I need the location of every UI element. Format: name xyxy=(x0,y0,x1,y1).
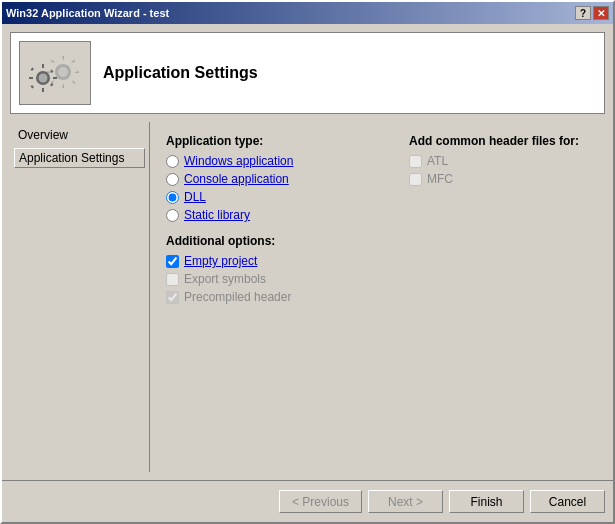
header-section: Application Settings xyxy=(10,32,605,114)
checkbox-export-symbols xyxy=(166,273,179,286)
app-type-title: Application type: xyxy=(166,134,385,148)
content-area: Application Settings Overview Applicatio… xyxy=(2,24,613,480)
column-left: Application type: Windows application Co… xyxy=(166,134,385,308)
app-type-group: Application type: Windows application Co… xyxy=(166,134,385,222)
additional-options-title: Additional options: xyxy=(166,234,385,248)
main-window: Win32 Application Wizard - test ? ✕ xyxy=(0,0,615,524)
checkbox-atl-label: ATL xyxy=(427,154,448,168)
radio-static-lib[interactable] xyxy=(166,209,179,222)
radio-windows-label[interactable]: Windows application xyxy=(184,154,293,168)
checkbox-mfc-label: MFC xyxy=(427,172,453,186)
column-right: Add common header files for: ATL MFC xyxy=(409,134,589,308)
finish-button[interactable]: Finish xyxy=(449,490,524,513)
main-section: Overview Application Settings Applicatio… xyxy=(10,122,605,472)
cancel-button[interactable]: Cancel xyxy=(530,490,605,513)
radio-console-label[interactable]: Console application xyxy=(184,172,289,186)
page-title: Application Settings xyxy=(103,64,258,82)
previous-button[interactable]: < Previous xyxy=(279,490,362,513)
checkbox-item-empty: Empty project xyxy=(166,254,385,268)
radio-item-static: Static library xyxy=(166,208,385,222)
window-title: Win32 Application Wizard - test xyxy=(6,7,169,19)
radio-item-dll: DLL xyxy=(166,190,385,204)
radio-dll[interactable] xyxy=(166,191,179,204)
footer: < Previous Next > Finish Cancel xyxy=(2,480,613,522)
left-panel: Overview Application Settings xyxy=(10,122,150,472)
radio-static-label[interactable]: Static library xyxy=(184,208,250,222)
svg-point-3 xyxy=(39,74,48,83)
title-bar-controls: ? ✕ xyxy=(575,6,609,20)
header-icon xyxy=(19,41,91,105)
checkbox-precompiled-label: Precompiled header xyxy=(184,290,291,304)
radio-dll-label[interactable]: DLL xyxy=(184,190,206,204)
common-headers-title: Add common header files for: xyxy=(409,134,589,148)
radio-item-console: Console application xyxy=(166,172,385,186)
next-button[interactable]: Next > xyxy=(368,490,443,513)
title-bar: Win32 Application Wizard - test ? ✕ xyxy=(2,2,613,24)
checkbox-export-label: Export symbols xyxy=(184,272,266,286)
checkbox-precompiled-header xyxy=(166,291,179,304)
checkbox-empty-project[interactable] xyxy=(166,255,179,268)
overview-label: Overview xyxy=(14,126,145,144)
additional-options-group: Additional options: Empty project Export… xyxy=(166,234,385,304)
sidebar-item-label: Application Settings xyxy=(19,151,124,165)
right-panel: Application type: Windows application Co… xyxy=(150,122,605,472)
radio-console-app[interactable] xyxy=(166,173,179,186)
help-button[interactable]: ? xyxy=(575,6,591,20)
checkbox-item-precompiled: Precompiled header xyxy=(166,290,385,304)
checkbox-item-atl: ATL xyxy=(409,154,589,168)
checkbox-item-mfc: MFC xyxy=(409,172,589,186)
radio-windows-app[interactable] xyxy=(166,155,179,168)
checkbox-item-export: Export symbols xyxy=(166,272,385,286)
radio-item-windows: Windows application xyxy=(166,154,385,168)
sidebar-item-app-settings[interactable]: Application Settings xyxy=(14,148,145,168)
svg-point-1 xyxy=(58,67,68,77)
close-button[interactable]: ✕ xyxy=(593,6,609,20)
checkbox-atl xyxy=(409,155,422,168)
checkbox-empty-label[interactable]: Empty project xyxy=(184,254,257,268)
checkbox-mfc xyxy=(409,173,422,186)
columns-row: Application type: Windows application Co… xyxy=(166,134,589,308)
